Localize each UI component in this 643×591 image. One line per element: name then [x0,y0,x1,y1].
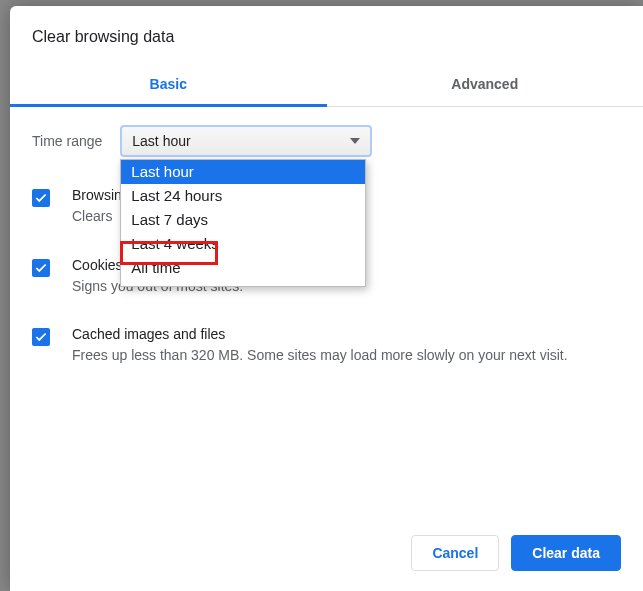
check-icon [34,191,48,205]
option-all-time[interactable]: All time [121,256,365,280]
item-cached: Cached images and files Frees up less th… [32,326,621,366]
item-text: Cached images and files Frees up less th… [72,326,568,366]
dialog-title: Clear browsing data [10,6,643,64]
time-range-dropdown: Last hour Last 24 hours Last 7 days Last… [120,159,366,287]
option-last-4-weeks[interactable]: Last 4 weeks [121,232,365,256]
item-text: Browsin Clears [72,187,122,227]
chevron-down-icon [350,138,360,144]
check-icon [34,330,48,344]
dialog-body: Time range Last hour Last hour Last 24 h… [10,107,643,519]
tab-bar: Basic Advanced [10,64,643,107]
time-range-label: Time range [32,133,102,149]
item-title: Browsin [72,187,122,203]
item-desc: Frees up less than 320 MB. Some sites ma… [72,346,568,366]
option-last-24-hours[interactable]: Last 24 hours [121,184,365,208]
tab-basic[interactable]: Basic [10,64,327,106]
checkbox-cached[interactable] [32,328,50,346]
tab-advanced[interactable]: Advanced [327,64,644,106]
check-icon [34,261,48,275]
checkbox-cookies[interactable] [32,259,50,277]
time-range-select-wrap: Last hour Last hour Last 24 hours Last 7… [120,125,372,157]
clear-data-button[interactable]: Clear data [511,535,621,571]
option-last-hour[interactable]: Last hour [121,160,365,184]
time-range-row: Time range Last hour Last hour Last 24 h… [32,125,621,157]
time-range-select[interactable]: Last hour [120,125,372,157]
item-title: Cached images and files [72,326,568,342]
dialog-footer: Cancel Clear data [10,519,643,591]
clear-browsing-data-dialog: Clear browsing data Basic Advanced Time … [10,6,643,591]
cancel-button[interactable]: Cancel [411,535,499,571]
checkbox-browsing-history[interactable] [32,189,50,207]
item-desc: Clears [72,207,122,227]
time-range-selected-value: Last hour [132,133,190,149]
option-last-7-days[interactable]: Last 7 days [121,208,365,232]
